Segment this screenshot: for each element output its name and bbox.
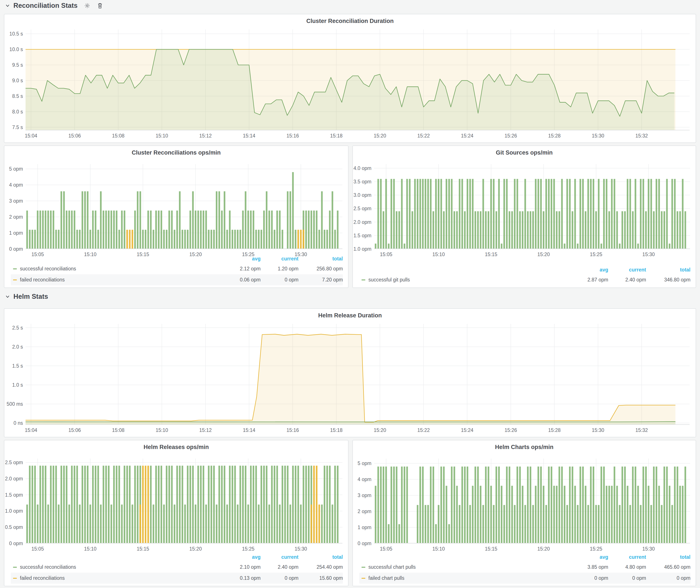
y-axis-tick-label: 2.5 opm [353,206,371,212]
x-axis-tick-label: 15:32 [635,133,648,139]
legend-series-label[interactable]: failed reconciliations [20,575,65,581]
x-axis-tick-label: 15:10 [84,252,97,257]
panel-git-sources-opm: Git Sources ops/min avgcurrenttotalsucce… [352,145,696,288]
x-axis-tick-label: 15:04 [25,133,37,139]
time-series-plot[interactable] [26,324,690,425]
legend-column-avg[interactable]: avg [223,256,261,262]
legend-label-cell: failed chart pulls [359,575,570,581]
y-axis-tick-label: 1 opm [9,230,23,236]
x-axis-tick-label: 15:22 [417,133,430,139]
x-axis-tick-label: 15:06 [68,427,81,433]
gear-icon[interactable] [84,2,90,9]
panel-title[interactable]: Cluster Reconciliation Duration [4,18,696,24]
legend-row: successful reconciliations2.12 opm1.20 o… [11,263,343,274]
y-axis-tick-label: 8.5 s [12,93,23,99]
legend-value: 0 opm [570,575,608,581]
legend-value: 254.40 opm [298,564,343,570]
bar-chart-plot[interactable] [26,459,342,543]
x-axis-tick-label: 15:24 [461,133,474,139]
y-axis-tick-label: 9.0 s [12,78,23,83]
legend-series-label[interactable]: failed reconciliations [20,277,65,283]
x-axis-tick-label: 15:16 [286,133,299,139]
legend-label-cell: successful chart pulls [359,564,570,570]
x-axis-tick-label: 15:20 [537,546,550,552]
legend-value: 0.06 opm [223,277,261,283]
x-axis-tick-label: 15:24 [461,427,474,433]
x-axis-tick-label: 15:26 [505,133,517,139]
x-axis-tick-label: 15:05 [31,252,44,257]
legend-value: 2.87 opm [570,277,608,283]
legend-column-current[interactable]: current [261,554,298,560]
panel-title[interactable]: Helm Release Duration [4,312,696,319]
legend-column-total[interactable]: total [298,554,343,560]
panel-helm-releases-opm: Helm Releases ops/min avgcurrenttotalsuc… [4,440,348,586]
y-axis-tick-label: 2.5 opm [5,459,23,465]
legend-column-total[interactable]: total [646,554,690,560]
y-axis-tick-label: 1.5 opm [353,233,371,238]
legend-column-avg[interactable]: avg [570,554,608,560]
legend-value: 0 opm [646,575,690,581]
legend-series-label[interactable]: successful chart pulls [368,564,416,570]
x-axis-tick-label: 15:14 [243,427,255,433]
legend-column-current[interactable]: current [608,554,646,560]
x-axis-tick-label: 15:32 [635,427,648,433]
time-series-plot[interactable] [26,29,690,130]
x-axis-tick-label: 15:10 [432,546,445,552]
y-axis-tick-label: 3.5 opm [353,179,371,184]
series-color-dash [13,268,17,269]
y-axis-tick-label: 2.5 s [12,325,23,331]
y-axis-tick-label: 4 opm [9,182,23,188]
legend-column-avg[interactable]: avg [570,267,608,273]
legend-value: 2.10 opm [223,564,261,570]
x-axis-tick-label: 15:06 [68,133,81,139]
x-axis-tick-label: 15:30 [642,252,655,257]
legend-series-label[interactable]: successful git pulls [368,277,410,283]
x-axis-tick-label: 15:25 [590,546,602,552]
x-axis-tick-label: 15:20 [537,252,550,257]
x-axis-tick-label: 15:12 [199,133,212,139]
bar-chart-plot[interactable] [374,164,690,249]
x-axis-tick-label: 15:30 [592,133,604,139]
x-axis-tick-label: 15:16 [286,427,299,433]
y-axis-tick-label: 3 opm [358,493,371,498]
legend-value: 2.40 opm [608,277,646,283]
legend-label-cell: failed reconciliations [11,575,223,581]
panel-title[interactable]: Helm Releases ops/min [4,444,348,451]
section-header-helm-stats[interactable]: Helm Stats [5,293,48,300]
panel-cluster-reconciliation-duration: Cluster Reconciliation Duration 7.5 s8.0… [4,14,696,143]
x-axis-tick-label: 15:25 [590,252,602,257]
legend-column-avg[interactable]: avg [223,554,261,560]
legend-value: 2.40 opm [261,564,298,570]
legend-column-total[interactable]: total [646,267,690,273]
y-axis-tick-label: 2 opm [9,214,23,220]
panel-title[interactable]: Cluster Reconciliations ops/min [4,149,348,156]
legend-column-current[interactable]: current [608,267,646,273]
y-axis-tick-label: 4.0 opm [353,165,371,171]
panel-helm-release-duration: Helm Release Duration 0 ns500 ms1.0 s1.5… [4,308,696,437]
x-axis-tick-label: 15:15 [137,252,149,257]
panel-title[interactable]: Helm Charts ops/min [353,444,696,451]
y-axis-tick-label: 1.5 opm [5,492,23,498]
trash-icon[interactable] [97,2,103,9]
bar-chart-plot[interactable] [26,164,342,249]
panel-title[interactable]: Git Sources ops/min [353,149,696,156]
y-axis-tick-label: 0 opm [9,541,23,546]
section-header-reconciliation-stats[interactable]: Reconciliation Stats [5,2,103,10]
legend-row: successful git pulls2.87 opm2.40 opm346.… [359,274,690,285]
x-axis-tick-label: 15:08 [112,427,124,433]
legend-label-cell: failed reconciliations [11,277,223,283]
legend-series-label[interactable]: successful reconciliations [20,564,76,570]
y-axis-tick-label: 500 ms [7,401,23,407]
x-axis-tick-label: 15:28 [548,133,561,139]
y-axis-tick-label: 5 opm [9,166,23,172]
legend-column-current[interactable]: current [261,256,298,262]
y-axis-tick-label: 8.0 s [12,109,23,115]
section-title: Reconciliation Stats [13,2,77,10]
legend-row: failed reconciliations0.06 opm0 opm7.20 … [11,274,343,285]
legend-series-label[interactable]: successful reconciliations [20,266,76,272]
legend-series-label[interactable]: failed chart pulls [368,575,404,581]
legend-row: successful reconciliations2.10 opm2.40 o… [11,562,343,573]
x-axis-tick-label: 15:28 [548,427,561,433]
bar-chart-plot[interactable] [374,459,690,543]
x-axis-tick-label: 15:20 [189,546,202,552]
